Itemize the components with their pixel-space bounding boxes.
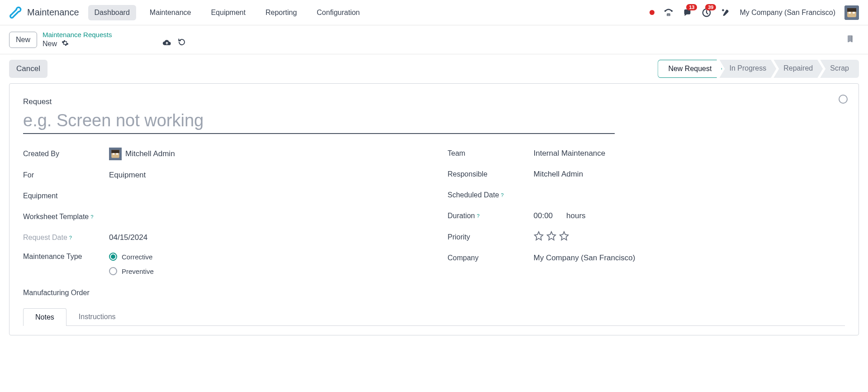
gear-icon[interactable] (62, 39, 69, 48)
tab-instructions[interactable]: Instructions (66, 308, 128, 325)
label-maintenance-type: Maintenance Type (23, 253, 109, 261)
cancel-button[interactable]: Cancel (9, 60, 47, 78)
svg-point-6 (668, 15, 668, 15)
svg-rect-19 (116, 153, 118, 155)
label-for: For (23, 171, 109, 179)
main-content: Cancel New Request In Progress Repaired … (0, 54, 868, 344)
row-scheduled-date: Scheduled Date ? (448, 185, 845, 206)
discard-icon[interactable] (178, 38, 186, 48)
breadcrumb-current: New (43, 39, 112, 48)
duration-time: 00:00 (534, 211, 553, 220)
user-avatar-small-icon (109, 148, 122, 160)
breadcrumb-link[interactable]: Maintenance Requests (43, 31, 112, 38)
row-responsible: Responsible Mitchell Admin (448, 164, 845, 185)
row-priority: Priority (448, 226, 845, 248)
row-maintenance-type: Maintenance Type Corrective Preventive (23, 248, 421, 280)
row-equipment: Equipment (23, 186, 421, 206)
nav-tab-maintenance[interactable]: Maintenance (143, 5, 198, 20)
help-icon[interactable]: ? (477, 213, 479, 219)
radio-corrective[interactable]: Corrective (109, 253, 154, 261)
tools-icon[interactable] (721, 8, 730, 18)
label-company: Company (448, 254, 534, 262)
radio-corrective-label: Corrective (122, 253, 152, 261)
nav-tab-equipment[interactable]: Equipment (204, 5, 252, 20)
row-company: Company My Company (San Francisco) (448, 248, 845, 268)
value-request-date[interactable]: 04/15/2024 (109, 233, 147, 242)
value-duration[interactable]: 00:00 hours (534, 211, 586, 220)
kanban-state-toggle[interactable] (839, 95, 848, 104)
nav-right: 13 39 My Company (San Francisco) (650, 5, 859, 20)
radio-circle-icon (109, 267, 117, 275)
value-team[interactable]: Internal Maintenance (534, 149, 606, 158)
created-by-name: Mitchell Admin (125, 149, 175, 158)
request-label: Request (23, 97, 845, 106)
status-bar: New Request In Progress Repaired Scrap (658, 60, 859, 78)
label-created-by: Created By (23, 150, 109, 158)
form-card: Request Created By Mitchell Admin For Eq… (9, 83, 859, 335)
help-icon[interactable]: ? (69, 235, 72, 240)
row-team: Team Internal Maintenance (448, 143, 845, 164)
control-bar: New Maintenance Requests New (0, 25, 868, 54)
label-request-date: Request Date ? (23, 234, 109, 242)
star-icon[interactable] (534, 231, 544, 243)
form-tabs: Notes Instructions (23, 308, 845, 326)
svg-point-0 (664, 10, 666, 12)
nav-tab-dashboard[interactable]: Dashboard (88, 5, 136, 20)
new-button[interactable]: New (9, 32, 37, 48)
radio-preventive[interactable]: Preventive (109, 267, 154, 275)
status-step-scrap[interactable]: Scrap (820, 60, 859, 78)
value-for[interactable]: Equipment (109, 171, 146, 180)
request-input[interactable] (23, 108, 615, 134)
radio-preventive-label: Preventive (122, 268, 154, 275)
save-cloud-icon[interactable] (162, 38, 171, 48)
svg-rect-13 (849, 12, 851, 14)
svg-point-4 (669, 14, 669, 14)
bookmark-icon[interactable] (846, 34, 854, 45)
status-row: Cancel New Request In Progress Repaired … (9, 54, 859, 83)
svg-rect-18 (113, 153, 114, 155)
messages-icon[interactable]: 13 (683, 8, 693, 18)
label-responsible: Responsible (448, 170, 534, 178)
breadcrumb-current-text: New (43, 40, 57, 48)
app-icon[interactable] (9, 6, 22, 19)
svg-rect-12 (847, 8, 856, 12)
status-step-in-progress[interactable]: In Progress (719, 60, 776, 78)
value-created-by[interactable]: Mitchell Admin (109, 148, 175, 160)
row-created-by: Created By Mitchell Admin (23, 143, 421, 165)
activities-icon[interactable]: 39 (702, 8, 711, 18)
nav-tab-reporting[interactable]: Reporting (259, 5, 303, 20)
svg-rect-17 (111, 150, 119, 153)
nav-tabs: Dashboard Maintenance Equipment Reportin… (88, 5, 366, 20)
user-avatar[interactable] (844, 5, 859, 20)
svg-point-5 (669, 14, 669, 14)
svg-point-1 (671, 10, 673, 12)
row-for: For Equipment (23, 165, 421, 186)
status-step-new-request[interactable]: New Request (658, 60, 722, 78)
value-responsible[interactable]: Mitchell Admin (534, 170, 583, 179)
label-scheduled-date: Scheduled Date ? (448, 191, 534, 199)
status-step-repaired[interactable]: Repaired (773, 60, 823, 78)
label-equipment: Equipment (23, 192, 109, 200)
messages-badge: 13 (686, 4, 697, 10)
priority-stars (534, 231, 569, 243)
star-icon[interactable] (559, 231, 569, 243)
label-team: Team (448, 149, 534, 158)
app-title[interactable]: Maintenance (27, 7, 79, 18)
row-worksheet-template: Worksheet Template ? (23, 206, 421, 227)
help-icon[interactable]: ? (90, 214, 93, 220)
company-selector[interactable]: My Company (San Francisco) (740, 9, 835, 17)
recording-indicator-icon (650, 10, 655, 15)
help-icon[interactable]: ? (501, 192, 503, 198)
label-priority: Priority (448, 233, 534, 241)
svg-point-8 (669, 15, 669, 15)
label-manufacturing-order: Manufacturing Order (23, 289, 421, 297)
svg-point-7 (669, 15, 669, 15)
label-duration: Duration ? (448, 212, 534, 220)
tab-notes[interactable]: Notes (23, 308, 66, 326)
star-icon[interactable] (546, 231, 556, 243)
nav-tab-configuration[interactable]: Configuration (310, 5, 366, 20)
value-company[interactable]: My Company (San Francisco) (534, 253, 636, 263)
phone-icon[interactable] (664, 8, 674, 18)
svg-point-3 (668, 14, 668, 14)
label-worksheet-template: Worksheet Template ? (23, 213, 109, 221)
